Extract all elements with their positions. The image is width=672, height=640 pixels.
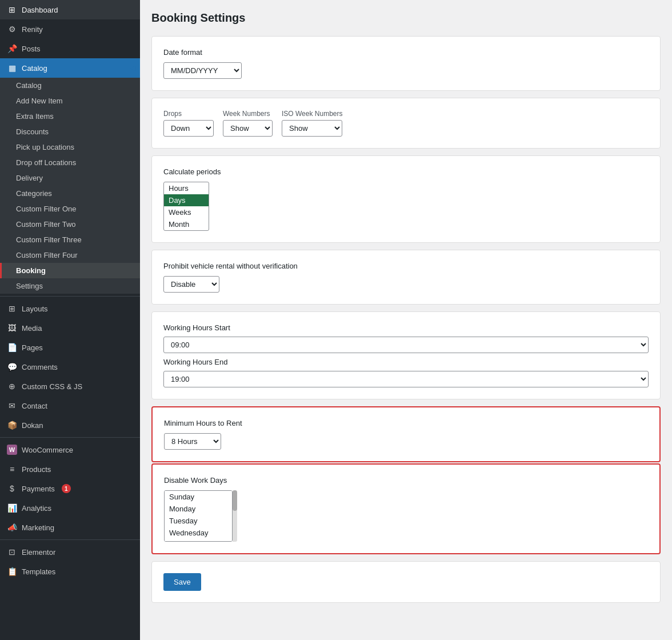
day-wednesday[interactable]: Wednesday xyxy=(165,527,232,539)
working-hours-start-label: Working Hours Start xyxy=(163,323,649,332)
sidebar-label-dashboard: Dashboard xyxy=(22,6,58,14)
layouts-icon: ⊞ xyxy=(7,303,17,314)
submenu-settings[interactable]: Settings xyxy=(0,278,140,294)
dashboard-icon: ⊞ xyxy=(7,5,17,15)
sidebar-item-elementor[interactable]: ⊡ Elementor xyxy=(0,542,140,562)
sidebar-label-layouts: Layouts xyxy=(22,305,48,313)
sidebar-item-templates[interactable]: 📋 Templates xyxy=(0,562,140,581)
sidebar-label-catalog: Catalog xyxy=(22,64,47,73)
sidebar-item-woocommerce[interactable]: W WooCommerce xyxy=(0,440,140,459)
sidebar-item-payments[interactable]: $ Payments 1 xyxy=(0,479,140,498)
payments-icon: $ xyxy=(7,483,17,494)
media-icon: 🖼 xyxy=(7,323,17,333)
sidebar-label-payments: Payments xyxy=(22,485,55,493)
sidebar-item-renity[interactable]: ⚙ Renity xyxy=(0,19,140,39)
sidebar-item-dashboard[interactable]: ⊞ Dashboard xyxy=(0,0,140,19)
days-list: Sunday Monday Tuesday Wednesday Thursday… xyxy=(164,490,233,542)
week-numbers-label: Week Numbers xyxy=(223,110,273,118)
pages-icon: 📄 xyxy=(7,342,17,353)
sidebar-label-woocommerce: WooCommerce xyxy=(22,446,73,454)
sidebar-label-contact: Contact xyxy=(22,402,47,410)
submenu-custom-filter-one[interactable]: Custom Filter One xyxy=(0,201,140,217)
period-month[interactable]: Month xyxy=(164,218,209,230)
sidebar-item-contact[interactable]: ✉ Contact xyxy=(0,396,140,415)
payments-badge: 1 xyxy=(62,484,71,493)
products-icon: ≡ xyxy=(7,464,17,474)
catalog-submenu: Catalog Add New Item Extra Items Discoun… xyxy=(0,78,140,294)
renity-icon: ⚙ xyxy=(7,24,17,34)
working-hours-start-select[interactable]: 06:00 07:00 08:00 09:00 10:00 xyxy=(163,337,649,353)
submenu-custom-filter-two[interactable]: Custom Filter Two xyxy=(0,217,140,232)
period-days[interactable]: Days xyxy=(164,194,209,206)
save-button[interactable]: Save xyxy=(163,573,201,591)
main-content: Booking Settings Date format MM/DD/YYYY … xyxy=(140,0,672,640)
sidebar-item-catalog[interactable]: ▦ Catalog xyxy=(0,58,140,78)
drops-label: Drops xyxy=(163,110,214,118)
submenu-booking[interactable]: Booking xyxy=(0,263,140,278)
submenu-pick-up-locations[interactable]: Pick up Locations xyxy=(0,139,140,155)
submenu-delivery[interactable]: Delivery xyxy=(0,170,140,186)
contact-icon: ✉ xyxy=(7,401,17,411)
period-weeks[interactable]: Weeks xyxy=(164,206,209,218)
day-sunday[interactable]: Sunday xyxy=(165,491,232,503)
periods-list: Hours Days Weeks Month xyxy=(163,182,209,231)
submenu-custom-filter-four[interactable]: Custom Filter Four xyxy=(0,247,140,263)
week-numbers-select[interactable]: Show Hide xyxy=(223,120,273,137)
sidebar-label-posts: Posts xyxy=(22,45,41,53)
marketing-icon: 📣 xyxy=(7,522,17,533)
submenu-add-new-item[interactable]: Add New Item xyxy=(0,93,140,109)
minimum-hours-label: Minimum Hours to Rent xyxy=(164,419,648,427)
submenu-extra-items[interactable]: Extra Items xyxy=(0,109,140,124)
disable-work-days-card: Disable Work Days Sunday Monday Tuesday … xyxy=(151,463,661,554)
sidebar-label-dokan: Dokan xyxy=(22,421,43,430)
period-hours[interactable]: Hours xyxy=(164,182,209,194)
sidebar: ⊞ Dashboard ⚙ Renity 📌 Posts ▦ Catalog C… xyxy=(0,0,140,640)
minimum-hours-card: Minimum Hours to Rent 1 Hours 2 Hours 3 … xyxy=(151,406,661,462)
day-tuesday[interactable]: Tuesday xyxy=(165,515,232,527)
drops-group: Drops Down Up xyxy=(163,110,214,137)
iso-week-numbers-select[interactable]: Show Hide xyxy=(282,120,342,137)
submenu-catalog[interactable]: Catalog xyxy=(0,78,140,93)
working-hours-wrapper: Working Hours Start 06:00 07:00 08:00 09… xyxy=(163,323,649,387)
submenu-discounts[interactable]: Discounts xyxy=(0,124,140,139)
sidebar-label-renity: Renity xyxy=(22,25,43,34)
drops-row: Drops Down Up Week Numbers Show Hide ISO… xyxy=(163,110,649,137)
sidebar-item-marketing[interactable]: 📣 Marketing xyxy=(0,518,140,537)
woocommerce-icon: W xyxy=(7,445,17,455)
day-thursday[interactable]: Thursday xyxy=(165,539,232,542)
date-format-label: Date format xyxy=(163,48,649,57)
drops-select[interactable]: Down Up xyxy=(163,120,214,137)
sidebar-item-posts[interactable]: 📌 Posts xyxy=(0,39,140,58)
sidebar-item-media[interactable]: 🖼 Media xyxy=(0,318,140,338)
sidebar-divider-1 xyxy=(0,296,140,297)
sidebar-divider-3 xyxy=(0,539,140,540)
sidebar-item-layouts[interactable]: ⊞ Layouts xyxy=(0,299,140,318)
sidebar-item-comments[interactable]: 💬 Comments xyxy=(0,357,140,377)
date-format-select[interactable]: MM/DD/YYYY DD/MM/YYYY YYYY/MM/DD xyxy=(163,62,242,79)
sidebar-label-templates: Templates xyxy=(22,567,55,576)
sidebar-item-pages[interactable]: 📄 Pages xyxy=(0,338,140,357)
submenu-categories[interactable]: Categories xyxy=(0,186,140,201)
date-format-card: Date format MM/DD/YYYY DD/MM/YYYY YYYY/M… xyxy=(151,36,661,91)
submenu-custom-filter-three[interactable]: Custom Filter Three xyxy=(0,232,140,247)
submenu-drop-off-locations[interactable]: Drop off Locations xyxy=(0,155,140,170)
disable-work-days-label: Disable Work Days xyxy=(164,476,648,485)
sidebar-item-products[interactable]: ≡ Products xyxy=(0,459,140,479)
page-title: Booking Settings xyxy=(151,11,661,25)
drops-card: Drops Down Up Week Numbers Show Hide ISO… xyxy=(151,98,661,149)
comments-icon: 💬 xyxy=(7,362,17,372)
minimum-hours-select[interactable]: 1 Hours 2 Hours 3 Hours 4 Hours 5 Hours … xyxy=(164,433,221,450)
prohibit-rental-label: Prohibit vehicle rental without verifica… xyxy=(163,262,649,270)
sidebar-label-media: Media xyxy=(22,324,42,333)
sidebar-item-dokan[interactable]: 📦 Dokan xyxy=(0,415,140,435)
prohibit-rental-select[interactable]: Disable Enable xyxy=(163,276,219,293)
working-hours-card: Working Hours Start 06:00 07:00 08:00 09… xyxy=(151,311,661,399)
working-hours-end-select[interactable]: 15:00 16:00 17:00 18:00 19:00 20:00 xyxy=(163,371,649,387)
day-monday[interactable]: Monday xyxy=(165,503,232,515)
catalog-icon: ▦ xyxy=(7,63,17,73)
prohibit-rental-card: Prohibit vehicle rental without verifica… xyxy=(151,250,661,305)
sidebar-item-custom-css-js[interactable]: ⊕ Custom CSS & JS xyxy=(0,377,140,396)
sidebar-item-analytics[interactable]: 📊 Analytics xyxy=(0,498,140,518)
scrollbar-track[interactable] xyxy=(233,490,237,542)
week-numbers-group: Week Numbers Show Hide xyxy=(223,110,273,137)
